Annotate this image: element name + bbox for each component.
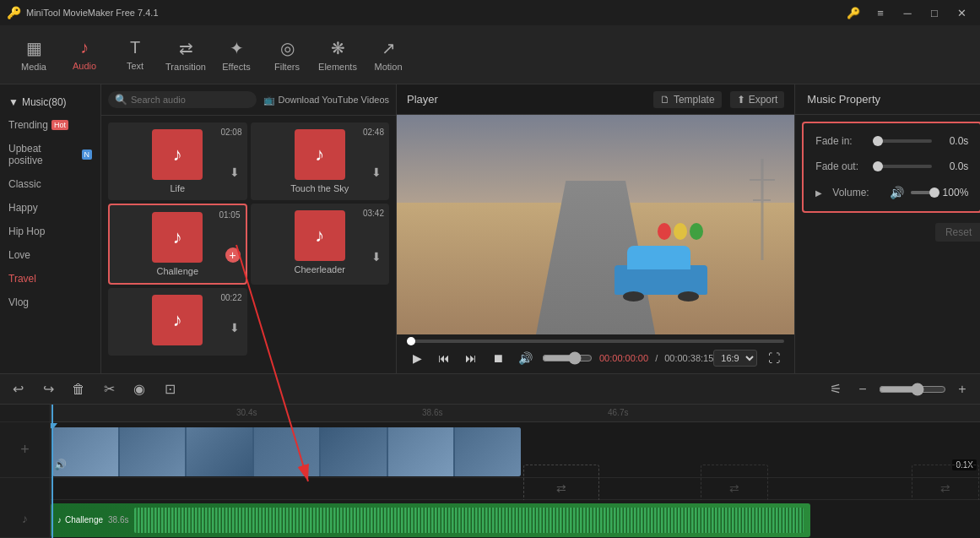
audio-clip-label: ♪ Challenge <box>57 515 103 524</box>
effects-label: Effects <box>222 62 250 72</box>
volume-label: Volume: <box>832 187 883 198</box>
menu-button[interactable]: ≡ <box>869 3 892 22</box>
volume-slider-property[interactable] <box>911 191 932 194</box>
stop-button[interactable]: ⏹ <box>488 348 508 368</box>
download-youtube-button[interactable]: 📺 Download YouTube Videos <box>263 95 390 106</box>
audio-detach-button[interactable]: ◉ <box>128 378 150 400</box>
template-button[interactable]: 🗋 Template <box>653 91 722 108</box>
fade-out-thumb[interactable] <box>873 161 883 171</box>
sidebar-item-hiphop[interactable]: Hip Hop <box>0 220 100 243</box>
transition-track-label <box>0 478 50 500</box>
sidebar-item-travel[interactable]: Travel <box>0 267 100 291</box>
sidebar-item-trending[interactable]: Trending Hot <box>0 113 100 137</box>
audio-card-track5[interactable]: 00:22 ♪ ⬇ <box>108 288 247 356</box>
volume-value: 100% <box>939 187 968 198</box>
title-bar: 🔑 MiniTool MovieMaker Free 7.4.1 🔑 ≡ ─ □… <box>0 0 980 25</box>
volume-icon: 🔊 <box>890 186 904 199</box>
close-button[interactable]: ✕ <box>950 3 973 22</box>
sidebar-collapse-icon[interactable]: ▼ <box>8 96 19 108</box>
cheerleader-download-button[interactable]: ⬇ <box>369 249 384 264</box>
toolbar-transition[interactable]: ⇄ Transition <box>160 30 211 80</box>
trending-badge: Hot <box>51 120 68 130</box>
video-clip[interactable] <box>52 427 521 476</box>
toolbar-motion[interactable]: ↗ Motion <box>363 30 414 80</box>
aspect-ratio-select[interactable]: 16:9 9:16 1:1 4:3 <box>713 350 757 367</box>
maximize-button[interactable]: □ <box>923 3 946 22</box>
timeline-tracks: 30.4s 38.6s 46.7s <box>51 405 980 538</box>
transition-icon: ⇄ <box>179 38 193 58</box>
reset-button[interactable]: Reset <box>935 223 980 242</box>
volume-slider[interactable] <box>542 351 593 365</box>
player-actions: 🗋 Template ⬆ Export <box>653 91 784 108</box>
life-download-button[interactable]: ⬇ <box>227 165 242 180</box>
transition-slot-3-icon: ⇄ <box>940 481 950 495</box>
progress-bar[interactable] <box>407 340 784 343</box>
volume-expand-icon[interactable]: ▶ <box>815 188 822 198</box>
motion-icon: ↗ <box>382 38 396 58</box>
progress-thumb[interactable] <box>407 337 415 345</box>
fade-out-slider[interactable] <box>873 165 932 168</box>
text-label: Text <box>127 61 143 71</box>
pin-button[interactable]: 🔑 <box>842 3 865 22</box>
ruler-mark-3: 46.7s <box>608 408 628 417</box>
toolbar-media[interactable]: ▦ Media <box>8 30 59 80</box>
template-icon: 🗋 <box>660 94 670 106</box>
filters-icon: ◎ <box>280 38 295 58</box>
zoom-minus-button[interactable]: − <box>852 378 874 400</box>
toolbar-filters[interactable]: ◎ Filters <box>262 30 312 80</box>
toolbar-elements[interactable]: ❋ Elements <box>312 30 363 80</box>
step-back-button[interactable]: ⏮ <box>434 348 454 368</box>
video-volume-icon: 🔊 <box>54 459 67 470</box>
sidebar-item-love[interactable]: Love <box>0 243 100 267</box>
controls-left: ▶ ⏮ ⏭ ⏹ 🔊 00:00:00:00 / 00:00:38:15 <box>407 348 713 368</box>
zoom-slider[interactable] <box>879 383 946 396</box>
challenge-add-button[interactable]: + <box>225 247 241 263</box>
app-logo-icon: 🔑 <box>7 6 21 19</box>
touchsky-download-button[interactable]: ⬇ <box>369 165 384 180</box>
volume-thumb[interactable] <box>929 187 939 198</box>
crop-button[interactable]: ⊡ <box>159 378 181 400</box>
main-area: ▼ Music(80) Trending Hot Upbeat positive… <box>0 84 980 373</box>
undo-button[interactable]: ↩ <box>7 378 29 400</box>
fade-in-slider[interactable] <box>873 139 932 143</box>
toolbar-effects[interactable]: ✦ Effects <box>211 30 262 80</box>
ruler-mark-2: 38.6s <box>422 408 442 417</box>
sidebar-item-happy[interactable]: Happy <box>0 196 100 220</box>
audio-card-life[interactable]: 02:08 ♪ Life ⬇ <box>108 122 247 200</box>
volume-fill <box>911 191 930 194</box>
app-title: MiniTool MovieMaker Free 7.4.1 <box>26 8 159 18</box>
export-button[interactable]: ⬆ Export <box>730 91 785 108</box>
search-input[interactable] <box>131 95 250 105</box>
toolbar-text[interactable]: T Text <box>110 30 160 80</box>
audio-card-cheerleader[interactable]: 03:42 ♪ Cheerleader ⬇ <box>251 204 390 285</box>
transition-track: ⇄ ⇄ ⇄ <box>51 478 980 500</box>
controls-right: 16:9 9:16 1:1 4:3 ⛶ <box>713 348 784 368</box>
cut-button[interactable]: ✂ <box>98 378 120 400</box>
sidebar-item-classic[interactable]: Classic <box>0 172 100 196</box>
fullscreen-button[interactable]: ⛶ <box>764 348 784 368</box>
transition-label: Transition <box>165 62 206 72</box>
play-button[interactable]: ▶ <box>407 348 427 368</box>
volume-button[interactable]: 🔊 <box>515 348 535 368</box>
video-preview <box>397 115 794 334</box>
step-fwd-button[interactable]: ⏭ <box>461 348 481 368</box>
add-track-button[interactable]: + <box>20 441 30 459</box>
minimize-button[interactable]: ─ <box>896 3 919 22</box>
audio-card-touchsky[interactable]: 02:48 ♪ Touch the Sky ⬇ <box>251 122 390 200</box>
search-box[interactable]: 🔍 <box>108 91 257 108</box>
audio-card-challenge[interactable]: 01:05 ♪ Challenge + <box>108 204 247 285</box>
audio-clip[interactable]: ♪ Challenge 38.6s <box>51 503 810 537</box>
life-title: Life <box>115 183 241 193</box>
cheerleader-thumbnail: ♪ <box>295 210 345 261</box>
redo-button[interactable]: ↪ <box>37 378 59 400</box>
total-time: 00:00:38:15 <box>664 353 713 363</box>
fade-in-thumb[interactable] <box>873 136 883 146</box>
sidebar-item-upbeat[interactable]: Upbeat positive N <box>0 137 100 172</box>
playhead[interactable] <box>51 405 53 538</box>
sidebar-item-vlog[interactable]: Vlog <box>0 291 100 314</box>
track5-download-button[interactable]: ⬇ <box>227 320 242 335</box>
delete-button[interactable]: 🗑 <box>68 378 89 400</box>
toolbar-audio[interactable]: ♪ Audio <box>59 30 110 80</box>
zoom-out-button[interactable]: ⚟ <box>825 378 847 400</box>
zoom-plus-button[interactable]: + <box>951 378 973 400</box>
